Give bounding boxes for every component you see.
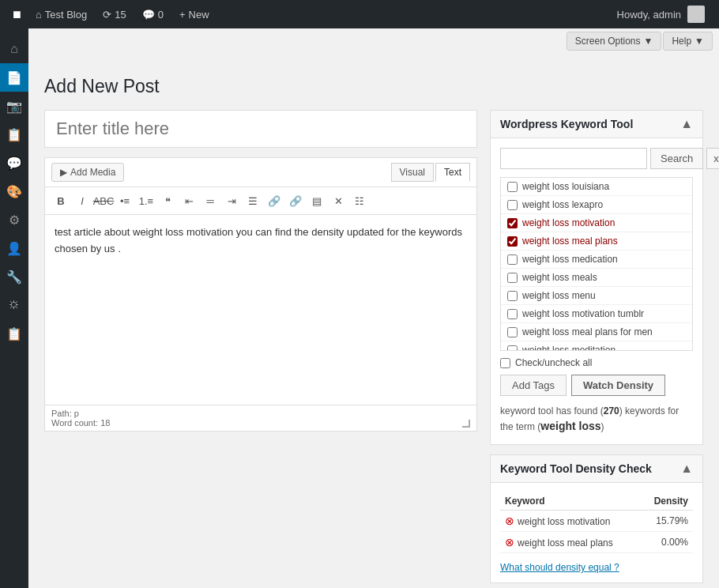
- keyword-search-button[interactable]: Search: [650, 148, 703, 169]
- new-content[interactable]: + New: [171, 0, 217, 28]
- check-all-label[interactable]: Check/uncheck all: [515, 357, 592, 368]
- link-button[interactable]: 🔗: [265, 191, 284, 210]
- comment-icon: 💬: [142, 9, 155, 21]
- remove-density-icon[interactable]: ⊗: [505, 536, 514, 548]
- align-justify-button[interactable]: ☰: [243, 191, 262, 210]
- screen-options-bar: Screen Options ▼ Help ▼: [560, 28, 719, 54]
- sidebar: ⌂ 📄 📷 📋 💬 🎨 ⚙ 👤 🔧 ⛭ 📋: [0, 28, 28, 588]
- keyword-label[interactable]: weight loss lexapro: [522, 199, 603, 210]
- action-row: Add Tags Watch Density: [500, 375, 693, 396]
- keyword-item: weight loss medication: [501, 251, 692, 269]
- keyword-label[interactable]: weight loss motivation tumblr: [522, 308, 644, 319]
- ul-button[interactable]: •≡: [115, 191, 134, 210]
- home-icon: ⌂: [36, 9, 42, 21]
- keyword-label[interactable]: weight loss louisiana: [522, 181, 609, 192]
- post-title-input[interactable]: [44, 110, 477, 148]
- keyword-label[interactable]: weight loss meditation: [522, 345, 615, 351]
- sidebar-item-appearance[interactable]: 🎨: [0, 177, 28, 205]
- add-tags-button[interactable]: Add Tags: [500, 375, 567, 396]
- content-layout: ▶ Add Media Visual Text B I: [44, 110, 703, 588]
- italic-button[interactable]: I: [73, 191, 92, 210]
- unlink-button[interactable]: 🔗: [286, 191, 305, 210]
- screen-options-label: Screen Options: [575, 36, 641, 47]
- keyword-label[interactable]: weight loss medication: [522, 254, 618, 265]
- keyword-tool-title: Wordpress Keyword Tool: [500, 118, 633, 130]
- density-check-collapse[interactable]: ▲: [680, 462, 693, 476]
- remove-button[interactable]: ✕: [329, 191, 348, 210]
- keyword-tool-panel: Wordpress Keyword Tool ▲ weight loss Sea…: [490, 110, 703, 445]
- keyword-clear-button[interactable]: x: [706, 148, 719, 169]
- keyword-checkbox[interactable]: [507, 291, 518, 301]
- density-link[interactable]: What should density equal ?: [500, 562, 619, 573]
- updates[interactable]: ⟳ 15: [95, 0, 134, 28]
- keyword-checkbox[interactable]: [507, 327, 518, 337]
- keyword-search-input[interactable]: weight loss: [500, 148, 647, 169]
- insert-button[interactable]: ▤: [307, 191, 326, 210]
- keyword-checkbox[interactable]: [507, 182, 518, 192]
- keyword-checkbox[interactable]: [507, 345, 518, 352]
- align-right-button[interactable]: ⇥: [222, 191, 241, 210]
- keyword-label[interactable]: weight loss meal plans: [522, 236, 618, 247]
- editor-content[interactable]: test article about weight loss motivatio…: [45, 215, 476, 405]
- found-count: 270: [604, 405, 619, 416]
- keyword-checkbox[interactable]: [507, 236, 518, 247]
- keyword-checkbox[interactable]: [507, 254, 518, 265]
- resize-handle[interactable]: [462, 420, 470, 428]
- add-media-button[interactable]: ▶ Add Media: [51, 163, 124, 182]
- blockquote-button[interactable]: ❝: [158, 191, 177, 210]
- keyword-label[interactable]: weight loss menu: [522, 290, 596, 301]
- tab-visual[interactable]: Visual: [391, 163, 434, 182]
- keyword-label[interactable]: weight loss meals: [522, 272, 597, 283]
- wp-logo[interactable]: ■: [6, 0, 28, 28]
- keyword-tool-body: weight loss Search x weight loss louisia…: [491, 138, 702, 444]
- sidebar-item-settings[interactable]: ⛭: [0, 291, 28, 319]
- editor-toolbar-top: ▶ Add Media Visual Text: [45, 158, 476, 187]
- align-left-button[interactable]: ⇤: [179, 191, 198, 210]
- editor-box: ▶ Add Media Visual Text B I: [44, 157, 477, 432]
- align-center-button[interactable]: ═: [201, 191, 220, 210]
- sidebar-item-custom[interactable]: 📋: [0, 319, 28, 348]
- sidebar-item-posts[interactable]: 📄: [0, 63, 28, 92]
- keyword-checkbox[interactable]: [507, 200, 518, 210]
- keyword-item: weight loss meals: [501, 269, 692, 287]
- sidebar-item-comments[interactable]: 💬: [0, 149, 28, 177]
- keyword-item: weight loss meditation: [501, 341, 692, 351]
- screen-options-chevron: ▼: [644, 36, 653, 47]
- sidebar-item-users[interactable]: 👤: [0, 234, 28, 262]
- add-media-icon: ▶: [60, 167, 67, 178]
- screen-options-button[interactable]: Screen Options ▼: [567, 32, 662, 51]
- keyword-label[interactable]: weight loss meal plans for men: [522, 326, 653, 337]
- table-button[interactable]: ☷: [350, 191, 369, 210]
- keyword-checkbox[interactable]: [507, 309, 518, 319]
- main-content: Add New Post ▶ Add Media Visual Text: [28, 28, 719, 588]
- comments[interactable]: 💬 0: [134, 0, 171, 28]
- sidebar-item-media[interactable]: 📷: [0, 92, 28, 120]
- site-name[interactable]: ⌂ Test Blog: [28, 0, 95, 28]
- help-button[interactable]: Help ▼: [663, 32, 713, 51]
- density-check-panel: Keyword Tool Density Check ▲ Keyword Den…: [490, 454, 703, 583]
- keyword-tool-collapse[interactable]: ▲: [680, 117, 693, 131]
- watch-density-button[interactable]: Watch Density: [571, 375, 665, 396]
- updates-count: 15: [115, 9, 126, 21]
- tab-text[interactable]: Text: [435, 163, 470, 182]
- bold-button[interactable]: B: [51, 191, 70, 210]
- sidebar-item-tools[interactable]: 🔧: [0, 262, 28, 291]
- wp-logo-icon: ■: [13, 6, 21, 23]
- sidebar-item-plugins[interactable]: ⚙: [0, 205, 28, 234]
- keyword-label[interactable]: weight loss motivation: [522, 217, 615, 228]
- col-density: Density: [641, 492, 693, 511]
- ol-button[interactable]: 1.≡: [137, 191, 156, 210]
- keyword-checkbox[interactable]: [507, 218, 518, 228]
- density-value-cell: 0.00%: [641, 532, 693, 553]
- strikethrough-button[interactable]: ABC: [94, 191, 113, 210]
- search-row: weight loss Search x: [500, 148, 693, 169]
- keyword-checkbox[interactable]: [507, 273, 518, 283]
- editor-text: test article about weight loss motivatio…: [55, 224, 467, 258]
- check-all-checkbox[interactable]: [500, 358, 510, 368]
- sidebar-item-dashboard[interactable]: ⌂: [0, 35, 28, 63]
- sidebar-item-pages[interactable]: 📋: [0, 120, 28, 149]
- keyword-tool-header: Wordpress Keyword Tool ▲: [491, 111, 702, 138]
- howdy-admin[interactable]: Howdy, admin: [609, 0, 713, 28]
- comments-count: 0: [158, 9, 164, 21]
- remove-density-icon[interactable]: ⊗: [505, 514, 514, 527]
